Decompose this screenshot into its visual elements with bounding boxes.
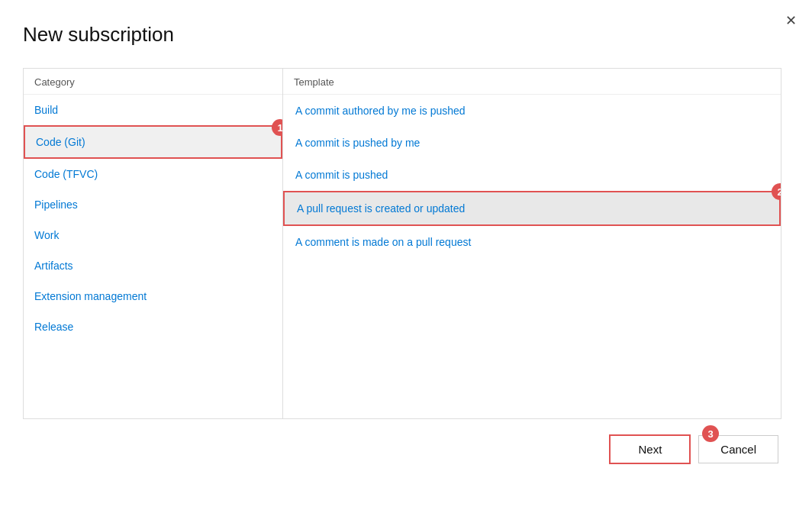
category-item-extension-management[interactable]: Extension management (24, 281, 282, 311)
category-item-work[interactable]: Work (24, 220, 282, 250)
category-item-release[interactable]: Release (24, 311, 282, 342)
category-list: Build Code (Git) 1 Code (TFVC) Pipelines… (24, 95, 282, 418)
template-item-commit-authored[interactable]: A commit authored by me is pushed (283, 95, 781, 127)
template-item-commit-pushed[interactable]: A commit is pushed (283, 159, 781, 191)
category-item-build[interactable]: Build (24, 95, 282, 125)
dialog: ✕ New subscription Category Build Code (… (0, 0, 812, 510)
category-item-code-tfvc[interactable]: Code (TFVC) (24, 159, 282, 189)
close-button[interactable]: ✕ (785, 14, 797, 27)
template-item-commit-pushed-me[interactable]: A commit is pushed by me (283, 127, 781, 159)
template-item-comment-pull[interactable]: A comment is made on a pull request (283, 226, 781, 258)
content-area: Category Build Code (Git) 1 Code (TFVC) … (23, 68, 781, 419)
dialog-title: New subscription (23, 23, 781, 47)
template-list: A commit authored by me is pushed A comm… (283, 95, 781, 418)
next-button[interactable]: Next (609, 434, 691, 464)
category-item-code-git[interactable]: Code (Git) (24, 125, 282, 159)
template-header: Template (283, 69, 781, 95)
template-panel: Template A commit authored by me is push… (283, 69, 781, 418)
template-item-pull-request[interactable]: A pull request is created or updated (283, 191, 781, 226)
category-item-pipelines[interactable]: Pipelines (24, 189, 282, 220)
footer: 3 Next Cancel (23, 434, 781, 464)
category-panel: Category Build Code (Git) 1 Code (TFVC) … (24, 69, 283, 418)
step-badge-3: 3 (702, 425, 719, 442)
category-item-artifacts[interactable]: Artifacts (24, 250, 282, 281)
category-header: Category (24, 69, 282, 95)
